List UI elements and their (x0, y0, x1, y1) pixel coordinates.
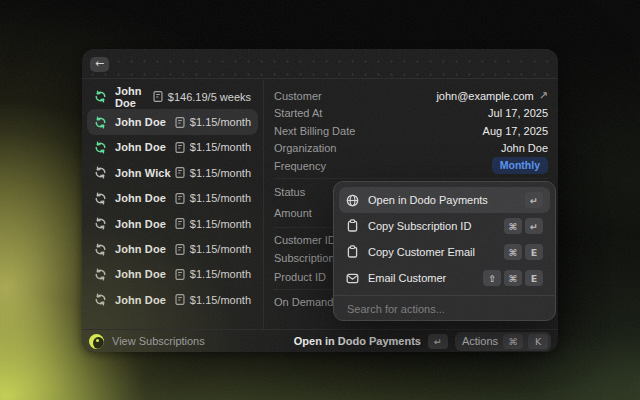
detail-value: Aug 17, 2025 (483, 125, 548, 137)
detail-value: Jul 17, 2025 (488, 107, 548, 119)
receipt-icon (174, 192, 186, 205)
refresh-icon (94, 192, 107, 205)
detail-row-customer: Customer john@example.com ↗ (274, 87, 548, 105)
return-keycap: ↵ (428, 334, 448, 349)
customer-name: John Wick (115, 167, 171, 179)
subscription-price: $1.15/month (190, 268, 251, 280)
refresh-icon (94, 116, 107, 129)
receipt-icon (174, 243, 186, 256)
subscription-price: $1.15/month (190, 116, 251, 128)
receipt-icon (152, 90, 164, 103)
status-bar: View Subscriptions Open in Dodo Payments… (82, 329, 558, 352)
detail-row-next-billing: Next Billing Date Aug 17, 2025 (274, 122, 548, 140)
menu-item-label: Copy Customer Email (368, 246, 475, 258)
detail-row-frequency: Frequency Monthly (274, 157, 548, 175)
subscription-list: John Doe $146.19/5 weeks John Doe $1.15/… (82, 80, 264, 329)
detail-label: Amount (274, 207, 312, 219)
menu-item-label: Copy Subscription ID (368, 220, 471, 232)
actions-menu: Open in Dodo Payments ↵ Copy Subscriptio… (333, 181, 556, 321)
subscription-price: $1.15/month (190, 294, 251, 306)
detail-label: Started At (274, 107, 322, 119)
primary-action-button[interactable]: Open in Dodo Payments (294, 335, 421, 347)
view-subscriptions-label: View Subscriptions (112, 335, 205, 347)
refresh-icon (94, 217, 107, 230)
subscription-row[interactable]: John Doe $1.15/month (87, 109, 258, 134)
customer-name: John Doe (115, 85, 152, 109)
subscription-price: $1.15/month (190, 192, 251, 204)
subscription-price: $146.19/5 weeks (168, 91, 251, 103)
menu-item-email-customer[interactable]: Email Customer ⇧ ⌘ E (339, 265, 550, 291)
dodo-payments-logo-icon (89, 334, 104, 349)
detail-label: Next Billing Date (274, 125, 355, 137)
envelope-icon (346, 272, 359, 285)
refresh-icon (94, 293, 107, 306)
subscription-row[interactable]: John Doe $1.15/month (87, 211, 258, 236)
customer-name: John Doe (115, 141, 166, 153)
detail-label: On Demand (274, 296, 333, 308)
actions-label: Actions (462, 335, 498, 347)
globe-icon (346, 194, 359, 207)
customer-name: John Doe (115, 192, 166, 204)
e-keycap: E (525, 244, 543, 260)
subscription-price: $1.15/month (190, 167, 251, 179)
detail-value: John Doe (501, 142, 548, 154)
subscription-price: $1.15/month (190, 218, 251, 230)
receipt-icon (174, 217, 186, 230)
return-keycap: ↵ (525, 192, 543, 208)
refresh-icon (94, 268, 107, 281)
back-button[interactable]: ← (90, 57, 109, 72)
refresh-icon (94, 141, 107, 154)
detail-label: Product ID (274, 271, 326, 283)
clipboard-icon (346, 219, 359, 233)
receipt-icon (174, 141, 186, 154)
actions-button[interactable]: Actions ⌘ K (455, 332, 551, 351)
customer-name: John Doe (115, 116, 166, 128)
detail-label: Frequency (274, 160, 326, 172)
subscription-row[interactable]: John Doe $1.15/month (87, 135, 258, 160)
detail-label: Customer (274, 90, 322, 102)
receipt-icon (174, 268, 186, 281)
external-link-icon: ↗ (539, 89, 548, 102)
refresh-icon (94, 90, 107, 103)
menu-item-copy-customer-email[interactable]: Copy Customer Email ⌘ E (339, 239, 550, 265)
detail-label: Status (274, 186, 305, 198)
subscription-row[interactable]: John Doe $146.19/5 weeks (87, 84, 258, 109)
window-header: ← (82, 49, 558, 79)
receipt-icon (174, 293, 186, 306)
detail-label: Organization (274, 142, 336, 154)
divider (274, 178, 548, 179)
subscription-row[interactable]: John Wick $1.15/month (87, 160, 258, 185)
customer-name: John Doe (115, 268, 166, 280)
menu-item-label: Email Customer (368, 272, 446, 284)
k-keycap: K (528, 334, 548, 349)
subscription-row[interactable]: John Doe $1.15/month (87, 186, 258, 211)
shift-keycap: ⇧ (483, 270, 501, 286)
e-keycap: E (525, 270, 543, 286)
cmd-keycap: ⌘ (504, 218, 522, 234)
clipboard-icon (346, 245, 359, 259)
receipt-icon (174, 166, 186, 179)
cmd-keycap: ⌘ (503, 334, 523, 349)
customer-email-link[interactable]: john@example.com ↗ (436, 89, 548, 102)
menu-item-copy-subscription-id[interactable]: Copy Subscription ID ⌘ ↵ (339, 213, 550, 239)
subscription-price: $1.15/month (190, 141, 251, 153)
detail-label: Customer ID (274, 234, 336, 246)
customer-email: john@example.com (436, 90, 533, 102)
menu-item-open-in-dodo-payments[interactable]: Open in Dodo Payments ↵ (339, 187, 550, 213)
subscription-row[interactable]: John Doe $1.15/month (87, 236, 258, 261)
actions-search-input[interactable]: Search for actions... (339, 296, 550, 321)
subscription-price: $1.15/month (190, 243, 251, 255)
subscription-row[interactable]: John Doe $1.15/month (87, 287, 258, 312)
detail-row-started: Started At Jul 17, 2025 (274, 105, 548, 123)
cmd-keycap: ⌘ (504, 244, 522, 260)
frequency-badge: Monthly (492, 157, 548, 174)
cmd-keycap: ⌘ (504, 270, 522, 286)
receipt-icon (174, 116, 186, 129)
search-placeholder: Search for actions... (347, 303, 445, 315)
refresh-icon (94, 243, 107, 256)
return-keycap: ↵ (525, 218, 543, 234)
customer-name: John Doe (115, 243, 166, 255)
customer-name: John Doe (115, 294, 166, 306)
subscription-row[interactable]: John Doe $1.15/month (87, 262, 258, 287)
detail-row-organization: Organization John Doe (274, 140, 548, 158)
